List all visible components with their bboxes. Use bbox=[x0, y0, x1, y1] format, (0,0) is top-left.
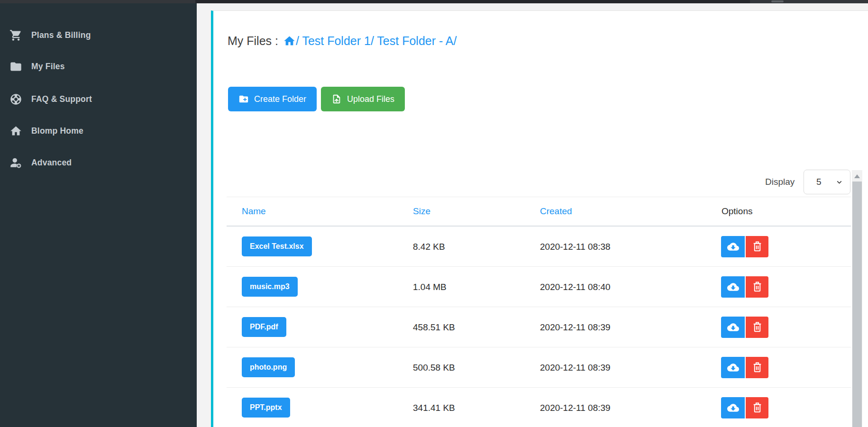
cloud-download-icon bbox=[727, 241, 739, 253]
cloud-download-icon bbox=[727, 402, 739, 414]
folder-icon bbox=[9, 60, 22, 73]
download-button[interactable] bbox=[721, 397, 745, 418]
breadcrumb-title: My Files : bbox=[228, 34, 278, 48]
file-name-button[interactable]: PDF.pdf bbox=[242, 317, 286, 337]
row-options bbox=[721, 397, 768, 418]
create-folder-button[interactable]: Create Folder bbox=[228, 87, 317, 111]
trash-icon bbox=[751, 402, 763, 414]
table-row: music.mp3 1.04 MB 2020-12-11 08:40 bbox=[227, 267, 851, 307]
scrollbar-up-arrow-icon[interactable] bbox=[854, 174, 860, 178]
upload-files-label: Upload Files bbox=[347, 94, 394, 104]
life-ring-icon bbox=[9, 93, 22, 106]
table-row: PDF.pdf 458.51 KB 2020-12-11 08:39 bbox=[227, 307, 851, 347]
app-window: Plans & Billing My Files FAQ & Support B… bbox=[0, 0, 868, 427]
download-button[interactable] bbox=[721, 317, 745, 338]
file-size: 458.51 KB bbox=[413, 307, 455, 347]
display-count-select[interactable]: 5 bbox=[804, 170, 850, 194]
scrollbar[interactable] bbox=[852, 170, 862, 427]
sidebar-item-label: Blomp Home bbox=[31, 126, 83, 136]
cloud-download-icon bbox=[727, 362, 739, 373]
cloud-download-icon bbox=[727, 281, 739, 293]
chevron-down-icon bbox=[835, 178, 843, 186]
sidebar-item-faq-support[interactable]: FAQ & Support bbox=[0, 88, 197, 110]
breadcrumb-segment-folder-a[interactable]: Test Folder - A/ bbox=[374, 34, 457, 48]
column-header-name[interactable]: Name bbox=[242, 197, 266, 226]
column-header-created[interactable]: Created bbox=[540, 197, 572, 226]
home-icon bbox=[9, 125, 22, 137]
file-size: 500.58 KB bbox=[413, 347, 455, 388]
row-options bbox=[721, 276, 768, 298]
file-size: 1.04 MB bbox=[413, 267, 447, 307]
upload-file-icon bbox=[331, 94, 342, 104]
person-add-icon bbox=[9, 156, 22, 169]
create-folder-icon bbox=[238, 94, 249, 104]
shopping-cart-icon bbox=[9, 29, 22, 42]
sidebar-item-plans-billing[interactable]: Plans & Billing bbox=[0, 24, 197, 46]
column-header-options: Options bbox=[722, 197, 752, 226]
download-button[interactable] bbox=[721, 357, 745, 378]
file-name-button[interactable]: Excel Test.xlsx bbox=[242, 236, 312, 256]
browser-chrome-segment bbox=[195, 0, 750, 3]
file-created: 2020-12-11 08:39 bbox=[540, 388, 611, 427]
file-name-button[interactable]: music.mp3 bbox=[242, 277, 298, 297]
toolbar: Create Folder Upload Files bbox=[228, 87, 405, 111]
cloud-download-icon bbox=[727, 321, 739, 333]
download-button[interactable] bbox=[721, 276, 745, 298]
row-options bbox=[721, 236, 768, 257]
scrollbar-thumb[interactable] bbox=[852, 182, 862, 427]
table-header-row: Name Size Created Options bbox=[227, 197, 851, 226]
file-created: 2020-12-11 08:39 bbox=[540, 307, 611, 347]
sidebar-item-label: Advanced bbox=[31, 158, 72, 168]
file-size: 341.41 KB bbox=[413, 388, 455, 427]
display-count-value: 5 bbox=[816, 177, 822, 187]
delete-button[interactable] bbox=[746, 276, 768, 298]
trash-icon bbox=[751, 321, 763, 333]
column-header-size[interactable]: Size bbox=[413, 197, 430, 226]
trash-icon bbox=[751, 241, 763, 253]
upload-files-button[interactable]: Upload Files bbox=[321, 87, 405, 111]
sidebar: Plans & Billing My Files FAQ & Support B… bbox=[0, 3, 197, 427]
row-options bbox=[721, 317, 768, 338]
breadcrumb-home-icon[interactable] bbox=[283, 35, 296, 47]
sidebar-item-label: Plans & Billing bbox=[31, 30, 91, 40]
display-label: Display bbox=[765, 170, 795, 194]
breadcrumb: My Files : / Test Folder 1/ Test Folder … bbox=[228, 34, 457, 48]
table-row: photo.png 500.58 KB 2020-12-11 08:39 bbox=[227, 347, 851, 388]
download-button[interactable] bbox=[721, 236, 745, 257]
table-row: PPT.pptx 341.41 KB 2020-12-11 08:39 bbox=[227, 388, 851, 427]
row-options bbox=[721, 357, 768, 378]
delete-button[interactable] bbox=[746, 397, 768, 418]
sidebar-item-blomp-home[interactable]: Blomp Home bbox=[0, 119, 197, 142]
sidebar-item-my-files[interactable]: My Files bbox=[0, 55, 197, 78]
sidebar-item-label: My Files bbox=[31, 62, 65, 72]
trash-icon bbox=[751, 362, 763, 373]
delete-button[interactable] bbox=[746, 357, 768, 378]
sidebar-item-advanced[interactable]: Advanced bbox=[0, 151, 197, 174]
delete-button[interactable] bbox=[746, 236, 768, 257]
browser-chrome-bar bbox=[0, 0, 868, 3]
file-created: 2020-12-11 08:38 bbox=[540, 227, 611, 267]
table-row: Excel Test.xlsx 8.42 KB 2020-12-11 08:38 bbox=[227, 227, 851, 267]
file-size: 8.42 KB bbox=[413, 227, 445, 267]
delete-button[interactable] bbox=[746, 317, 768, 338]
create-folder-label: Create Folder bbox=[254, 94, 306, 104]
browser-chrome-pill bbox=[771, 0, 784, 2]
file-name-button[interactable]: photo.png bbox=[242, 357, 295, 377]
sidebar-item-label: FAQ & Support bbox=[31, 94, 92, 104]
file-created: 2020-12-11 08:39 bbox=[540, 347, 611, 388]
file-name-button[interactable]: PPT.pptx bbox=[242, 398, 290, 418]
trash-icon bbox=[751, 281, 763, 293]
file-created: 2020-12-11 08:40 bbox=[540, 267, 611, 307]
breadcrumb-segment-folder-1[interactable]: / Test Folder 1/ bbox=[296, 34, 374, 48]
